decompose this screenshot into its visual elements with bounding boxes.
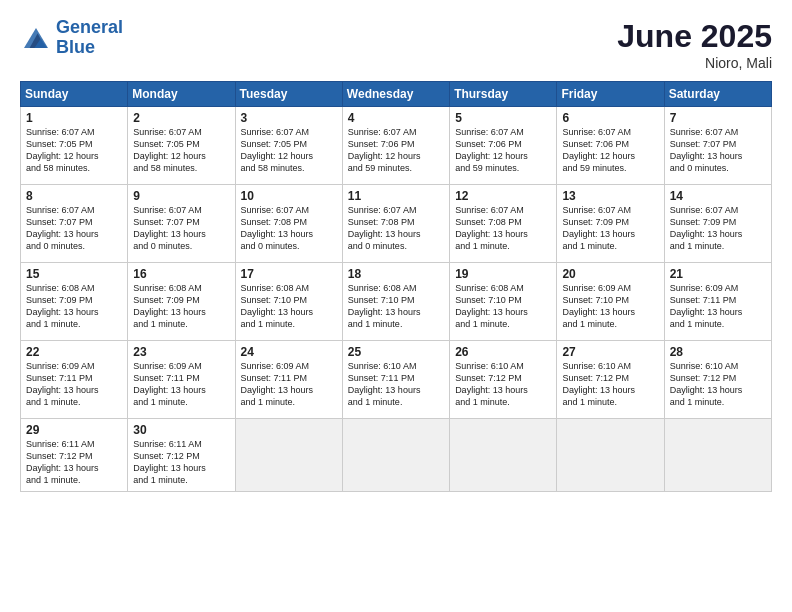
day-number: 10 [241, 189, 337, 203]
day-info: Sunrise: 6:07 AM Sunset: 7:08 PM Dayligh… [348, 204, 444, 253]
calendar-cell: 21Sunrise: 6:09 AM Sunset: 7:11 PM Dayli… [664, 263, 771, 341]
day-number: 1 [26, 111, 122, 125]
calendar-cell: 14Sunrise: 6:07 AM Sunset: 7:09 PM Dayli… [664, 185, 771, 263]
calendar-cell: 24Sunrise: 6:09 AM Sunset: 7:11 PM Dayli… [235, 341, 342, 419]
day-info: Sunrise: 6:07 AM Sunset: 7:06 PM Dayligh… [562, 126, 658, 175]
weekday-friday: Friday [557, 82, 664, 107]
day-info: Sunrise: 6:07 AM Sunset: 7:07 PM Dayligh… [133, 204, 229, 253]
weekday-monday: Monday [128, 82, 235, 107]
day-number: 19 [455, 267, 551, 281]
day-info: Sunrise: 6:08 AM Sunset: 7:10 PM Dayligh… [348, 282, 444, 331]
day-info: Sunrise: 6:10 AM Sunset: 7:11 PM Dayligh… [348, 360, 444, 409]
week-row-3: 15Sunrise: 6:08 AM Sunset: 7:09 PM Dayli… [21, 263, 772, 341]
weekday-wednesday: Wednesday [342, 82, 449, 107]
day-number: 17 [241, 267, 337, 281]
day-number: 14 [670, 189, 766, 203]
calendar-cell: 1Sunrise: 6:07 AM Sunset: 7:05 PM Daylig… [21, 107, 128, 185]
weekday-tuesday: Tuesday [235, 82, 342, 107]
logo-text-blue: Blue [56, 38, 123, 58]
day-info: Sunrise: 6:07 AM Sunset: 7:09 PM Dayligh… [562, 204, 658, 253]
logo-icon [20, 24, 52, 52]
title-block: June 2025 Nioro, Mali [617, 18, 772, 71]
calendar-cell: 23Sunrise: 6:09 AM Sunset: 7:11 PM Dayli… [128, 341, 235, 419]
calendar-cell: 16Sunrise: 6:08 AM Sunset: 7:09 PM Dayli… [128, 263, 235, 341]
calendar-cell: 11Sunrise: 6:07 AM Sunset: 7:08 PM Dayli… [342, 185, 449, 263]
day-number: 24 [241, 345, 337, 359]
calendar-cell: 25Sunrise: 6:10 AM Sunset: 7:11 PM Dayli… [342, 341, 449, 419]
calendar-cell: 15Sunrise: 6:08 AM Sunset: 7:09 PM Dayli… [21, 263, 128, 341]
location: Nioro, Mali [617, 55, 772, 71]
calendar-cell: 2Sunrise: 6:07 AM Sunset: 7:05 PM Daylig… [128, 107, 235, 185]
day-number: 7 [670, 111, 766, 125]
logo-text-general: General [56, 18, 123, 38]
day-info: Sunrise: 6:11 AM Sunset: 7:12 PM Dayligh… [26, 438, 122, 487]
day-info: Sunrise: 6:10 AM Sunset: 7:12 PM Dayligh… [670, 360, 766, 409]
day-info: Sunrise: 6:09 AM Sunset: 7:11 PM Dayligh… [26, 360, 122, 409]
day-number: 4 [348, 111, 444, 125]
calendar-cell [342, 419, 449, 492]
calendar-cell: 28Sunrise: 6:10 AM Sunset: 7:12 PM Dayli… [664, 341, 771, 419]
calendar-cell: 12Sunrise: 6:07 AM Sunset: 7:08 PM Dayli… [450, 185, 557, 263]
day-number: 11 [348, 189, 444, 203]
calendar-cell: 27Sunrise: 6:10 AM Sunset: 7:12 PM Dayli… [557, 341, 664, 419]
day-number: 6 [562, 111, 658, 125]
page: General Blue June 2025 Nioro, Mali Sunda… [0, 0, 792, 612]
week-row-2: 8Sunrise: 6:07 AM Sunset: 7:07 PM Daylig… [21, 185, 772, 263]
calendar: SundayMondayTuesdayWednesdayThursdayFrid… [20, 81, 772, 492]
calendar-cell: 10Sunrise: 6:07 AM Sunset: 7:08 PM Dayli… [235, 185, 342, 263]
day-number: 23 [133, 345, 229, 359]
calendar-cell: 6Sunrise: 6:07 AM Sunset: 7:06 PM Daylig… [557, 107, 664, 185]
day-info: Sunrise: 6:07 AM Sunset: 7:09 PM Dayligh… [670, 204, 766, 253]
day-info: Sunrise: 6:07 AM Sunset: 7:05 PM Dayligh… [133, 126, 229, 175]
day-number: 25 [348, 345, 444, 359]
day-number: 18 [348, 267, 444, 281]
day-info: Sunrise: 6:11 AM Sunset: 7:12 PM Dayligh… [133, 438, 229, 487]
day-info: Sunrise: 6:07 AM Sunset: 7:06 PM Dayligh… [348, 126, 444, 175]
day-info: Sunrise: 6:08 AM Sunset: 7:10 PM Dayligh… [241, 282, 337, 331]
day-info: Sunrise: 6:10 AM Sunset: 7:12 PM Dayligh… [562, 360, 658, 409]
day-info: Sunrise: 6:07 AM Sunset: 7:06 PM Dayligh… [455, 126, 551, 175]
day-number: 9 [133, 189, 229, 203]
calendar-cell: 8Sunrise: 6:07 AM Sunset: 7:07 PM Daylig… [21, 185, 128, 263]
week-row-5: 29Sunrise: 6:11 AM Sunset: 7:12 PM Dayli… [21, 419, 772, 492]
day-number: 12 [455, 189, 551, 203]
calendar-cell [664, 419, 771, 492]
day-info: Sunrise: 6:07 AM Sunset: 7:05 PM Dayligh… [26, 126, 122, 175]
day-number: 30 [133, 423, 229, 437]
month-title: June 2025 [617, 18, 772, 55]
calendar-cell [450, 419, 557, 492]
calendar-cell: 29Sunrise: 6:11 AM Sunset: 7:12 PM Dayli… [21, 419, 128, 492]
day-number: 5 [455, 111, 551, 125]
week-row-4: 22Sunrise: 6:09 AM Sunset: 7:11 PM Dayli… [21, 341, 772, 419]
calendar-cell: 3Sunrise: 6:07 AM Sunset: 7:05 PM Daylig… [235, 107, 342, 185]
day-number: 8 [26, 189, 122, 203]
weekday-saturday: Saturday [664, 82, 771, 107]
header: General Blue June 2025 Nioro, Mali [20, 18, 772, 71]
day-number: 26 [455, 345, 551, 359]
day-info: Sunrise: 6:07 AM Sunset: 7:07 PM Dayligh… [670, 126, 766, 175]
calendar-cell [557, 419, 664, 492]
day-info: Sunrise: 6:09 AM Sunset: 7:11 PM Dayligh… [241, 360, 337, 409]
day-number: 15 [26, 267, 122, 281]
day-info: Sunrise: 6:07 AM Sunset: 7:08 PM Dayligh… [241, 204, 337, 253]
calendar-cell: 5Sunrise: 6:07 AM Sunset: 7:06 PM Daylig… [450, 107, 557, 185]
weekday-header-row: SundayMondayTuesdayWednesdayThursdayFrid… [21, 82, 772, 107]
day-number: 28 [670, 345, 766, 359]
day-number: 29 [26, 423, 122, 437]
calendar-cell: 7Sunrise: 6:07 AM Sunset: 7:07 PM Daylig… [664, 107, 771, 185]
calendar-cell: 13Sunrise: 6:07 AM Sunset: 7:09 PM Dayli… [557, 185, 664, 263]
week-row-1: 1Sunrise: 6:07 AM Sunset: 7:05 PM Daylig… [21, 107, 772, 185]
day-info: Sunrise: 6:08 AM Sunset: 7:09 PM Dayligh… [133, 282, 229, 331]
day-info: Sunrise: 6:09 AM Sunset: 7:11 PM Dayligh… [670, 282, 766, 331]
calendar-cell: 4Sunrise: 6:07 AM Sunset: 7:06 PM Daylig… [342, 107, 449, 185]
day-info: Sunrise: 6:09 AM Sunset: 7:11 PM Dayligh… [133, 360, 229, 409]
calendar-cell: 26Sunrise: 6:10 AM Sunset: 7:12 PM Dayli… [450, 341, 557, 419]
calendar-cell: 19Sunrise: 6:08 AM Sunset: 7:10 PM Dayli… [450, 263, 557, 341]
weekday-sunday: Sunday [21, 82, 128, 107]
day-number: 22 [26, 345, 122, 359]
day-number: 3 [241, 111, 337, 125]
day-number: 16 [133, 267, 229, 281]
day-info: Sunrise: 6:08 AM Sunset: 7:09 PM Dayligh… [26, 282, 122, 331]
calendar-cell: 18Sunrise: 6:08 AM Sunset: 7:10 PM Dayli… [342, 263, 449, 341]
day-number: 13 [562, 189, 658, 203]
